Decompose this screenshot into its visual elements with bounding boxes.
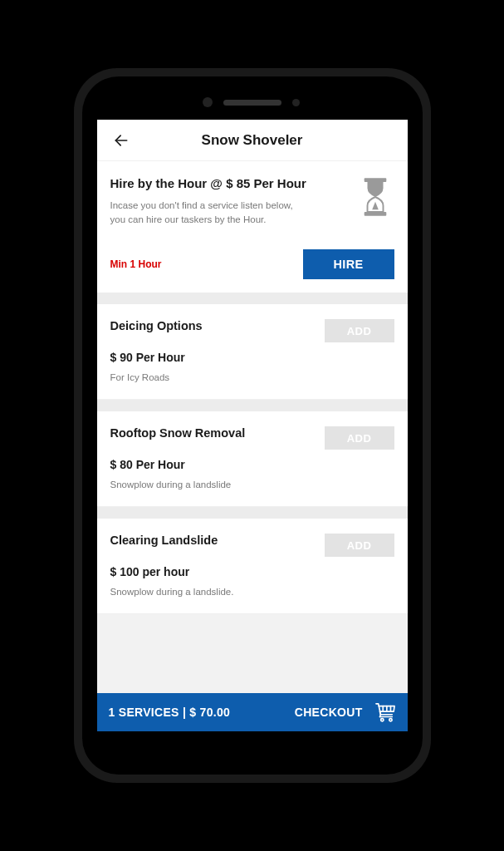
- back-button[interactable]: [109, 128, 134, 153]
- svg-rect-1: [364, 178, 386, 182]
- cart-icon[interactable]: [374, 702, 396, 722]
- add-button[interactable]: ADD: [325, 426, 394, 450]
- hire-text-block: Hire by the Hour @ $ 85 Per Hour Incase …: [110, 176, 350, 226]
- bottom-bar-right: CHECKOUT: [295, 702, 396, 722]
- phone-shadow: [103, 803, 402, 821]
- phone-sensor: [292, 99, 300, 106]
- hire-title: Hire by the Hour @ $ 85 Per Hour: [110, 176, 350, 190]
- hourglass-icon: [360, 178, 391, 216]
- checkout-button[interactable]: CHECKOUT: [295, 706, 363, 719]
- service-price: $ 100 per hour: [110, 565, 394, 578]
- phone-frame: Snow Shoveler Hire by the Hour @ $ 85 Pe…: [74, 68, 431, 783]
- header: Snow Shoveler: [97, 120, 408, 161]
- service-description: For Icy Roads: [110, 372, 394, 382]
- phone-speaker: [223, 100, 281, 106]
- service-description: Snowplow during a landslide.: [110, 587, 394, 597]
- hire-by-hour-card: Hire by the Hour @ $ 85 Per Hour Incase …: [97, 161, 408, 293]
- phone-camera: [203, 97, 213, 107]
- bottom-bar: 1 SERVICES | $ 70.00 CHECKOUT: [97, 693, 408, 731]
- service-card-rooftop: Rooftop Snow Removal ADD $ 80 Per Hour S…: [97, 411, 408, 507]
- service-top-row: Clearing Landslide ADD: [110, 534, 394, 557]
- hire-top-row: Hire by the Hour @ $ 85 Per Hour Incase …: [110, 176, 394, 226]
- hire-description: Incase you don't find a service listen b…: [110, 199, 310, 226]
- service-card-deicing: Deicing Options ADD $ 90 Per Hour For Ic…: [97, 304, 408, 400]
- service-description: Snowplow during a landslide: [110, 480, 394, 489]
- svg-point-6: [389, 719, 391, 721]
- service-title: Deicing Options: [110, 319, 203, 332]
- service-price: $ 90 Per Hour: [110, 351, 394, 364]
- divider-strip: [97, 400, 408, 411]
- content-scroll[interactable]: Hire by the Hour @ $ 85 Per Hour Incase …: [97, 161, 408, 693]
- service-top-row: Deicing Options ADD: [110, 319, 394, 342]
- service-card-landslide: Clearing Landslide ADD $ 100 per hour Sn…: [97, 519, 408, 614]
- add-button[interactable]: ADD: [325, 319, 394, 342]
- phone-inner-frame: Snow Shoveler Hire by the Hour @ $ 85 Pe…: [82, 76, 423, 775]
- add-button[interactable]: ADD: [325, 534, 394, 557]
- service-price: $ 80 Per Hour: [110, 458, 394, 471]
- service-title: Rooftop Snow Removal: [110, 426, 246, 440]
- app-screen: Snow Shoveler Hire by the Hour @ $ 85 Pe…: [97, 120, 408, 731]
- divider-strip: [97, 507, 408, 519]
- page-title: Snow Shoveler: [97, 132, 408, 149]
- divider-strip: [97, 293, 408, 304]
- svg-point-5: [380, 719, 383, 721]
- min-hour-label: Min 1 Hour: [110, 258, 162, 270]
- hire-button[interactable]: HIRE: [303, 249, 394, 279]
- service-title: Clearing Landslide: [110, 534, 218, 547]
- cart-summary: 1 SERVICES | $ 70.00: [109, 706, 231, 719]
- hire-bottom-row: Min 1 Hour HIRE: [110, 249, 394, 279]
- service-top-row: Rooftop Snow Removal ADD: [110, 426, 394, 450]
- back-arrow-icon: [113, 132, 130, 149]
